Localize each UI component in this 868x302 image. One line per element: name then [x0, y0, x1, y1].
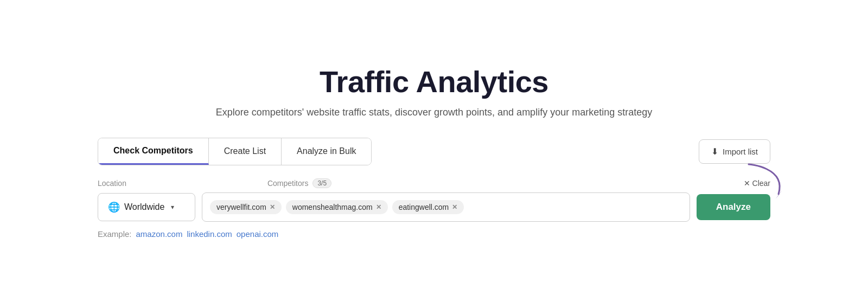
competitors-badge: 3/5	[312, 178, 331, 188]
tab-check-competitors[interactable]: Check Competitors	[98, 138, 209, 165]
tab-group: Check Competitors Create List Analyze in…	[98, 138, 372, 165]
inputs-row: 🌐 Worldwide ▾ verywellfit.com ✕ womenshe…	[98, 192, 770, 222]
import-list-button[interactable]: ⬇ Import list	[699, 139, 770, 164]
tag-eatingwell-close[interactable]: ✕	[452, 203, 457, 211]
example-openai[interactable]: openai.com	[237, 229, 279, 239]
tab-analyze-in-bulk[interactable]: Analyze in Bulk	[282, 138, 371, 165]
location-dropdown[interactable]: 🌐 Worldwide ▾	[98, 193, 195, 221]
tag-womenshealthmag-label: womenshealthmag.com	[292, 203, 373, 211]
clear-label: Clear	[752, 179, 770, 188]
clear-button[interactable]: ✕ Clear	[744, 179, 770, 188]
tag-verywellfit-close[interactable]: ✕	[270, 203, 275, 211]
analyze-wrapper: Analyze	[697, 194, 770, 220]
tag-verywellfit: verywellfit.com ✕	[210, 200, 282, 214]
page-subtitle: Explore competitors' website traffic sta…	[216, 107, 652, 118]
example-label: Example:	[98, 229, 132, 239]
competitors-label: Competitors	[267, 179, 308, 188]
competitors-input[interactable]: verywellfit.com ✕ womenshealthmag.com ✕ …	[202, 192, 690, 222]
labels-row: Location Competitors 3/5 ✕ Clear	[98, 178, 770, 188]
competitors-label-group: Competitors 3/5	[267, 178, 331, 188]
examples-row: Example: amazon.com linkedin.com openai.…	[98, 229, 770, 239]
tag-womenshealthmag: womenshealthmag.com ✕	[286, 200, 388, 214]
analyze-button[interactable]: Analyze	[697, 194, 770, 220]
tag-womenshealthmag-close[interactable]: ✕	[376, 203, 381, 211]
globe-icon: 🌐	[108, 201, 120, 213]
tag-eatingwell-label: eatingwell.com	[399, 203, 449, 211]
location-value: Worldwide	[124, 202, 164, 212]
page-title: Traffic Analytics	[320, 64, 548, 99]
import-icon: ⬇	[711, 146, 718, 157]
tabs-and-import-row: Check Competitors Create List Analyze in…	[98, 138, 770, 165]
clear-x-icon: ✕	[744, 179, 750, 188]
page-container: Traffic Analytics Explore competitors' w…	[54, 42, 814, 260]
labels-left: Location Competitors 3/5	[98, 178, 331, 188]
tag-eatingwell: eatingwell.com ✕	[392, 200, 464, 214]
location-label: Location	[98, 179, 126, 188]
tag-verywellfit-label: verywellfit.com	[216, 203, 266, 211]
chevron-down-icon: ▾	[171, 203, 174, 211]
form-row: Location Competitors 3/5 ✕ Clear 🌐 World…	[98, 178, 770, 222]
import-list-label: Import list	[723, 147, 758, 156]
example-amazon[interactable]: amazon.com	[136, 229, 183, 239]
example-linkedin[interactable]: linkedin.com	[187, 229, 232, 239]
tab-create-list[interactable]: Create List	[209, 138, 282, 165]
svg-marker-0	[774, 190, 783, 198]
